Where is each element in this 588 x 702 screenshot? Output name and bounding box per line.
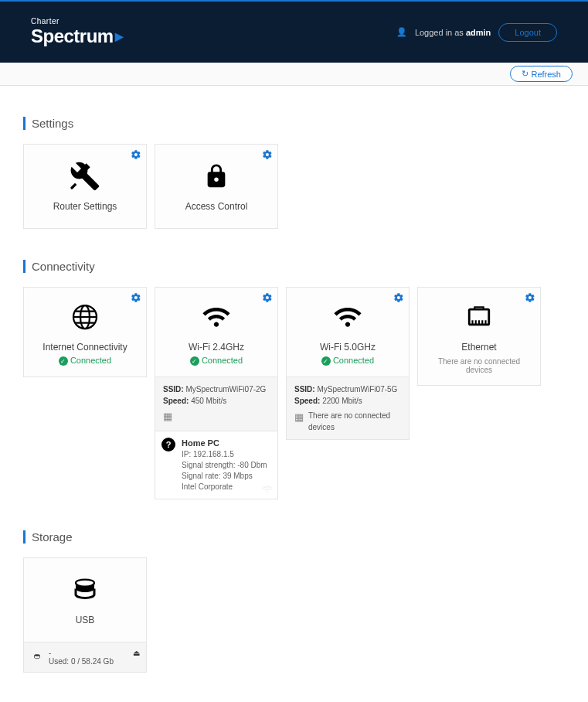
usb-used-value: 0 / 58.24 Gb [71,657,114,666]
wifi-24-status-text: Connected [202,356,243,365]
qr-icon[interactable]: ▦ [163,409,172,424]
usb-name: - [49,649,114,657]
gear-icon[interactable] [131,149,141,160]
check-icon: ✓ [59,356,68,366]
wifi-24-speed: 450 Mbit/s [191,397,226,405]
refresh-button[interactable]: ↻Refresh [510,66,573,82]
header-bar: Charter Spectrum▶ 👤 Logged in as admin L… [0,0,588,63]
globe-icon [71,300,99,334]
section-title-storage: Storage [23,530,565,544]
gear-icon[interactable] [262,149,273,160]
internet-connectivity-label: Internet Connectivity [42,342,127,353]
device-info: Home PC IP: 192.168.1.5 Signal strength:… [182,438,267,492]
eject-icon[interactable]: ⏏ [133,649,140,657]
gear-icon[interactable] [131,292,141,303]
usb-used-label: Used: [49,657,69,666]
wifi-24-card[interactable]: Wi-Fi 2.4GHz ✓Connected [155,287,278,377]
wifi-50-card[interactable]: Wi-Fi 5.0GHz ✓Connected [286,287,410,377]
refresh-label: Refresh [531,70,561,79]
wifi-24-details: SSID: MySpectrumWiFi07-2G Speed: 450 Mbi… [155,377,278,431]
wifi-50-label: Wi-Fi 5.0GHz [320,342,376,353]
internet-status: ✓Connected [59,356,111,366]
lock-icon [203,159,229,193]
device-name: Home PC [182,438,267,449]
wifi-50-no-devices: There are no connected devices [308,410,401,433]
usb-usage: - Used: 0 / 58.24 Gb [49,649,114,666]
connectivity-row: Internet Connectivity ✓Connected Wi-Fi 2… [23,287,565,499]
ethernet-card[interactable]: Ethernet There are no connected devices [417,287,541,386]
usb-card[interactable]: USB [23,557,147,642]
wifi-icon [201,300,232,334]
svg-point-5 [76,579,94,586]
ssid-label: SSID: [294,385,315,394]
svg-point-6 [35,654,40,656]
logout-button[interactable]: Logout [498,23,557,42]
main-content: Settings Router Settings Acce [0,86,588,702]
brand-logo: Charter Spectrum▶ [31,17,123,47]
qr-icon[interactable]: ▦ [294,410,304,425]
usb-label: USB [76,615,95,625]
ethernet-no-devices: There are no connected devices [424,357,534,374]
router-settings-label: Router Settings [53,201,117,212]
speed-label: Speed: [163,397,189,405]
section-title-connectivity: Connectivity [23,260,565,273]
wifi-icon [332,300,363,334]
device-ip: 192.168.1.5 [193,450,234,458]
gear-icon[interactable] [262,292,273,303]
logged-in-text: Logged in as admin [415,28,491,37]
auth-area: 👤 Logged in as admin Logout [396,23,557,42]
internet-status-text: Connected [70,356,111,365]
unknown-device-icon: ? [161,438,175,452]
wifi-50-ssid: MySpectrumWiFi07-5G [317,385,397,394]
settings-row: Router Settings Access Control [23,144,565,229]
usb-details: - Used: 0 / 58.24 Gb ⏏ [23,642,147,673]
check-icon: ✓ [190,356,199,366]
storage-icon [71,573,99,607]
logo-wordmark: Spectrum▶ [31,26,123,47]
wifi-50-speed: 2200 Mbit/s [322,397,362,405]
access-control-card[interactable]: Access Control [155,144,278,229]
storage-row: USB - Used: 0 / 58.24 Gb ⏏ [23,557,565,673]
signal-bars-icon [262,485,273,494]
section-title-settings: Settings [23,117,565,130]
wifi-50-details: SSID: MySpectrumWiFi07-5G Speed: 2200 Mb… [286,377,410,440]
logo-superscript: Charter [31,17,123,26]
router-settings-card[interactable]: Router Settings [23,144,147,229]
device-vendor: Intel Corporate [182,482,267,492]
tools-icon [70,159,100,193]
access-control-label: Access Control [185,201,248,212]
logged-in-username: admin [466,28,491,37]
wifi-24-label: Wi-Fi 2.4GHz [189,342,244,353]
check-icon: ✓ [321,356,331,366]
ethernet-icon [464,300,494,334]
gear-icon[interactable] [393,292,404,303]
logo-main-text: Spectrum [31,26,114,47]
wifi-24-status: ✓Connected [190,356,243,366]
internet-connectivity-card[interactable]: Internet Connectivity ✓Connected [23,287,147,377]
wifi-50-status-text: Connected [333,356,374,365]
drive-icon [32,653,42,662]
refresh-icon: ↻ [522,69,529,79]
ethernet-label: Ethernet [461,342,496,353]
device-ip-label: IP: [182,450,191,458]
signal-strength-label: Signal strength: [182,461,236,469]
wifi-24-ssid: MySpectrumWiFi07-2G [185,385,266,394]
wifi-24-device[interactable]: ? Home PC IP: 192.168.1.5 Signal strengt… [155,431,278,499]
logged-in-prefix: Logged in as [415,28,466,37]
sub-header-bar: ↻Refresh [0,63,588,86]
ssid-label: SSID: [163,385,184,394]
user-icon: 👤 [396,27,407,37]
logo-arrow-icon: ▶ [115,30,124,43]
wifi-50-status: ✓Connected [321,356,374,366]
signal-rate-label: Signal rate: [182,472,221,480]
signal-rate: 39 Mbps [223,472,252,480]
signal-strength: -80 Dbm [237,461,267,469]
gear-icon[interactable] [525,292,535,303]
speed-label: Speed: [294,397,320,405]
